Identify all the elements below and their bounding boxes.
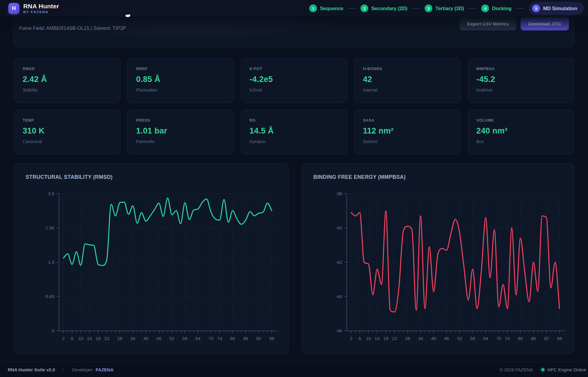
metric-sublabel: Box (476, 139, 565, 144)
svg-text:58: 58 (470, 336, 475, 341)
copyright-text: © 2026 FAZENA (500, 367, 533, 372)
step-tertiary-3d[interactable]: 3 Tertiary (3D) (425, 4, 464, 12)
metric-value: -45.2 (476, 75, 565, 84)
export-csv-button[interactable]: Export CSV Metrics (459, 17, 516, 30)
suite-version: RNA Hunter Suite v2.0 (8, 367, 55, 372)
svg-text:0.65: 0.65 (46, 294, 54, 299)
svg-text:52: 52 (169, 336, 174, 341)
svg-text:74: 74 (217, 336, 222, 341)
metric-value: 0.85 Å (136, 75, 225, 84)
metric-value: 1.01 bar (136, 126, 225, 136)
rmsd-chart: 00.651.31.952.62610141822283440465258647… (23, 182, 280, 344)
svg-text:70: 70 (208, 336, 213, 341)
svg-text:40: 40 (431, 336, 436, 341)
workflow-stepper: 1 Sequence 2 Secondary (2D) 3 Tertiary (… (309, 2, 584, 15)
metric-card-rmsd: RMSD 2.42 Å Stability (14, 58, 120, 103)
step-number-badge: 1 (309, 4, 317, 12)
charts-row: STRUCTURAL STABILITY (RMSD) 00.651.31.95… (14, 163, 574, 354)
svg-text:6: 6 (71, 336, 73, 341)
download-xtc-button[interactable]: Download .XTC (521, 17, 569, 30)
step-md-simulation[interactable]: 5 MD Simulation (529, 2, 584, 15)
app-title: RNA Hunter (23, 3, 59, 10)
footer: RNA Hunter Suite v2.0 • Developer: FAZEN… (0, 362, 588, 377)
chart-title: STRUCTURAL STABILITY (RMSD) (26, 174, 113, 180)
brand: RNA Hunter BY FAZENA (23, 3, 59, 14)
developer-link[interactable]: FAZENA (96, 367, 114, 372)
svg-text:92: 92 (256, 336, 261, 341)
chart-title: BINDING FREE ENERGY (MMPBSA) (313, 174, 406, 180)
svg-text:58: 58 (182, 336, 188, 341)
header-actions: Export CSV Metrics Download .XTC (459, 17, 569, 30)
rmsd-chart-panel: STRUCTURAL STABILITY (RMSD) 00.651.31.95… (14, 163, 289, 354)
svg-text:18: 18 (383, 336, 389, 341)
svg-text:1.3: 1.3 (48, 260, 54, 265)
svg-text:46: 46 (444, 336, 449, 341)
metric-value: 14.5 Å (250, 126, 338, 136)
metric-label: TEMP (23, 118, 112, 122)
svg-text:64: 64 (196, 336, 201, 341)
metric-card-temp: TEMP 310 K Canonical (14, 110, 120, 154)
footer-right: © 2026 FAZENA HPC Engine Online (500, 367, 586, 372)
svg-text:18: 18 (96, 336, 101, 341)
svg-text:34: 34 (130, 336, 135, 341)
logo-letter: H (12, 5, 16, 12)
step-number-badge: 3 (425, 4, 432, 12)
metric-sublabel: Gyration (250, 139, 338, 144)
metric-sublabel: Parrinello (136, 139, 225, 144)
svg-text:98: 98 (269, 336, 274, 341)
step-connector (348, 8, 356, 9)
step-sequence[interactable]: 1 Sequence (309, 4, 343, 12)
metric-value: 310 K (23, 126, 112, 136)
svg-text:-42: -42 (335, 260, 342, 265)
footer-left: RNA Hunter Suite v2.0 • Developer: FAZEN… (8, 367, 114, 372)
metric-card-epot: E-POT -4.2e5 kJ/mol (241, 58, 347, 103)
metric-card-rg: RG 14.5 Å Gyration (241, 110, 347, 154)
metric-label: PRESS (136, 118, 225, 122)
metric-sublabel: Stability (23, 88, 112, 92)
svg-text:10: 10 (78, 336, 83, 341)
step-number-badge: 4 (481, 4, 489, 12)
svg-text:34: 34 (418, 336, 423, 341)
step-number-badge: 5 (532, 4, 540, 12)
svg-text:1.95: 1.95 (46, 225, 54, 230)
svg-text:86: 86 (531, 336, 536, 341)
svg-text:52: 52 (457, 336, 462, 341)
metric-value: 2.42 Å (23, 75, 112, 84)
mmpbsa-series-line (351, 211, 560, 312)
svg-text:14: 14 (375, 336, 380, 341)
metric-sublabel: Fluctuation (136, 88, 225, 92)
svg-text:0: 0 (52, 328, 54, 333)
metric-sublabel: kcal/mol (476, 88, 565, 92)
svg-text:-40: -40 (335, 225, 342, 230)
svg-text:28: 28 (117, 336, 122, 341)
metric-sublabel: Internal (363, 88, 452, 92)
svg-text:10: 10 (366, 336, 371, 341)
svg-text:-46: -46 (335, 328, 342, 333)
svg-text:92: 92 (544, 336, 549, 341)
metric-label: RMSF (136, 66, 225, 71)
run-parameters-text: Force Field: AMBER14SB-OL15 | Solvent: T… (19, 25, 126, 31)
svg-text:6: 6 (359, 336, 361, 341)
svg-text:40: 40 (143, 336, 148, 341)
metric-value: 42 (363, 75, 452, 84)
svg-text:80: 80 (518, 336, 523, 341)
svg-text:70: 70 (496, 336, 501, 341)
svg-text:74: 74 (505, 336, 510, 341)
step-docking[interactable]: 4 Docking (481, 4, 511, 12)
svg-text:98: 98 (557, 336, 562, 341)
metric-card-volume: VOLUME 240 nm³ Box (468, 110, 574, 154)
svg-text:64: 64 (483, 336, 488, 341)
svg-text:2: 2 (62, 336, 64, 341)
svg-text:80: 80 (230, 336, 235, 341)
metric-label: SASA (363, 118, 452, 122)
metrics-grid: RMSD 2.42 Å Stability RMSF 0.85 Å Fluctu… (14, 58, 574, 154)
metric-label: RG (250, 118, 338, 122)
step-secondary-2d[interactable]: 2 Secondary (2D) (360, 4, 407, 12)
metric-label: E-POT (250, 66, 338, 71)
metric-label: VOLUME (476, 118, 565, 122)
step-connector (468, 8, 477, 9)
mmpbsa-plot: -46-44-42-40-382610141822283440465258647… (311, 182, 567, 344)
engine-status-dot (541, 368, 544, 371)
footer-separator-dot: • (63, 367, 64, 372)
svg-text:22: 22 (104, 336, 109, 341)
